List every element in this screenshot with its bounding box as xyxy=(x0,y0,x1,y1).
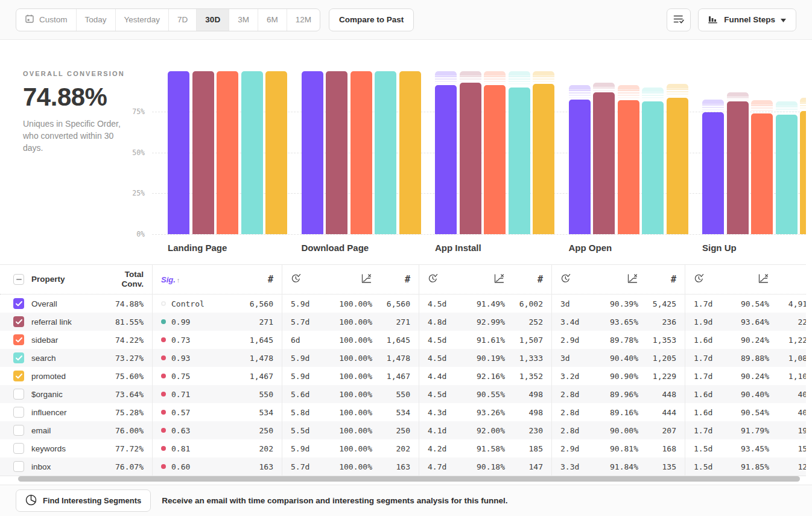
count-value: 402 xyxy=(769,408,806,417)
avg-time-value: 5.9d xyxy=(282,372,319,381)
date-range-7d[interactable]: 7D xyxy=(169,9,197,31)
rate-column-header[interactable] xyxy=(455,273,505,286)
bar-Overall[interactable] xyxy=(569,100,591,234)
bar-promoted[interactable] xyxy=(667,98,688,234)
significance-cell: 0.93 xyxy=(153,354,218,363)
sig-column-header[interactable]: Sig.↑ xyxy=(153,275,218,284)
dropoff-cap-referral-link xyxy=(593,83,615,92)
dropoff-cap-promoted xyxy=(800,98,806,111)
count-column-header[interactable]: # xyxy=(218,274,282,285)
significance-value: 0.63 xyxy=(171,426,190,435)
table-row-promoted: promoted75.60%0.751,4675.9d100.00%1,4674… xyxy=(0,367,806,385)
date-range-6m[interactable]: 6M xyxy=(258,9,287,31)
step2-cells: 5.9d100.00%202 xyxy=(282,439,419,457)
calendar-icon xyxy=(25,14,34,25)
bar-referral-link[interactable] xyxy=(326,71,347,234)
list-options-button[interactable] xyxy=(667,8,691,31)
bar-referral-link[interactable] xyxy=(192,71,214,234)
bar-search[interactable] xyxy=(241,71,263,234)
count-value: 6,560 xyxy=(372,299,419,308)
bar-search[interactable] xyxy=(509,88,530,235)
table-row-inbox: inbox76.07%0.601635.7d100.00%1634.7d90.1… xyxy=(0,457,806,476)
count-value: 190 xyxy=(769,426,806,435)
avg-time-value: 5.6d xyxy=(282,390,319,399)
bar-sidebar[interactable] xyxy=(751,113,773,234)
bar-Overall[interactable] xyxy=(168,71,189,234)
row-checkbox[interactable] xyxy=(13,298,24,309)
count-value: 1,205 xyxy=(638,354,685,363)
step5-cells: 1.9d93.64%221 xyxy=(685,313,806,331)
dropoff-cap-Overall xyxy=(702,100,724,112)
conversion-rate-value: 93.65% xyxy=(588,317,638,326)
count-value: 271 xyxy=(372,317,419,326)
conversion-rate-value: 93.64% xyxy=(722,317,769,326)
bar-sidebar[interactable] xyxy=(484,85,506,234)
row-checkbox[interactable] xyxy=(13,316,24,327)
row-checkbox[interactable] xyxy=(13,334,24,345)
bar-Overall[interactable] xyxy=(702,112,724,234)
table-row-referral-link: referral link81.55%0.992715.7d100.00%271… xyxy=(0,313,806,331)
row-checkbox[interactable] xyxy=(13,371,24,381)
step5-cells: 1.6d90.54%402 xyxy=(685,403,806,421)
rate-column-header[interactable] xyxy=(588,273,638,286)
horizontal-scrollbar[interactable] xyxy=(18,476,800,482)
row-checkbox[interactable] xyxy=(13,425,24,436)
property-label: $organic xyxy=(28,390,106,399)
conversion-rate-value: 90.24% xyxy=(722,372,769,381)
significance-dot xyxy=(161,355,166,360)
date-range-yesterday[interactable]: Yesterday xyxy=(116,9,170,31)
conversion-rate-value: 92.16% xyxy=(455,372,505,381)
significance-dot xyxy=(161,410,166,415)
row-checkbox[interactable] xyxy=(13,407,24,418)
row-checkbox[interactable] xyxy=(13,443,24,454)
bar-sidebar[interactable] xyxy=(217,71,238,234)
bar-sidebar[interactable] xyxy=(350,71,372,234)
bar-Overall[interactable] xyxy=(435,85,457,234)
rate-column-header[interactable] xyxy=(319,273,372,286)
count-column-header[interactable]: # xyxy=(638,274,685,285)
avg-time-value: 4.5d xyxy=(419,354,455,363)
bar-referral-link[interactable] xyxy=(460,83,481,234)
count-column-header[interactable]: # xyxy=(769,274,806,285)
bar-promoted[interactable] xyxy=(265,71,287,234)
time-column-header[interactable] xyxy=(419,273,455,286)
compare-to-past-button[interactable]: Compare to Past xyxy=(329,8,414,31)
bar-search[interactable] xyxy=(375,71,396,234)
time-column-header[interactable] xyxy=(552,273,588,286)
property-label: inbox xyxy=(28,462,106,471)
time-column-header[interactable] xyxy=(685,273,722,286)
bar-promoted[interactable] xyxy=(399,71,421,234)
bar-referral-link[interactable] xyxy=(593,92,615,234)
row-checkbox[interactable] xyxy=(13,389,24,400)
date-range-today[interactable]: Today xyxy=(77,9,116,31)
date-range-12m[interactable]: 12M xyxy=(287,9,320,31)
count-column-header[interactable]: # xyxy=(372,274,419,285)
time-column-header[interactable] xyxy=(282,273,319,286)
date-range-30d[interactable]: 30D xyxy=(197,9,229,31)
bar-referral-link[interactable] xyxy=(727,101,749,234)
row-checkbox[interactable] xyxy=(13,461,24,472)
find-interesting-segments-button[interactable]: Find Interesting Segments xyxy=(16,489,151,512)
count-value: 147 xyxy=(505,462,551,471)
rate-column-header[interactable] xyxy=(722,273,769,286)
step4-cells: 3.2d90.90%1,229 xyxy=(551,367,685,385)
bar-Overall[interactable] xyxy=(302,71,323,234)
avg-time-value: 2.9d xyxy=(552,336,588,345)
bar-search[interactable] xyxy=(776,115,798,234)
step2-cells: 5.9d100.00%6,560 xyxy=(282,295,419,313)
bar-promoted[interactable] xyxy=(800,111,806,234)
total-conv-column-header[interactable]: Total Conv. xyxy=(106,270,152,288)
property-column-header[interactable]: Property xyxy=(28,275,106,284)
conversion-rate-value: 90.40% xyxy=(722,390,769,399)
select-all-checkbox[interactable] xyxy=(13,274,24,285)
funnel-steps-dropdown[interactable]: Funnel Steps xyxy=(698,8,796,31)
bar-search[interactable] xyxy=(642,101,664,234)
header-checkbox-cell xyxy=(0,274,28,285)
bar-sidebar[interactable] xyxy=(618,100,639,234)
conversion-rate-value: 89.96% xyxy=(588,390,638,399)
count-column-header[interactable]: # xyxy=(505,274,551,285)
row-checkbox[interactable] xyxy=(13,352,24,363)
date-range-3m[interactable]: 3M xyxy=(229,9,258,31)
date-range-custom[interactable]: Custom xyxy=(16,9,77,31)
bar-promoted[interactable] xyxy=(533,84,554,234)
